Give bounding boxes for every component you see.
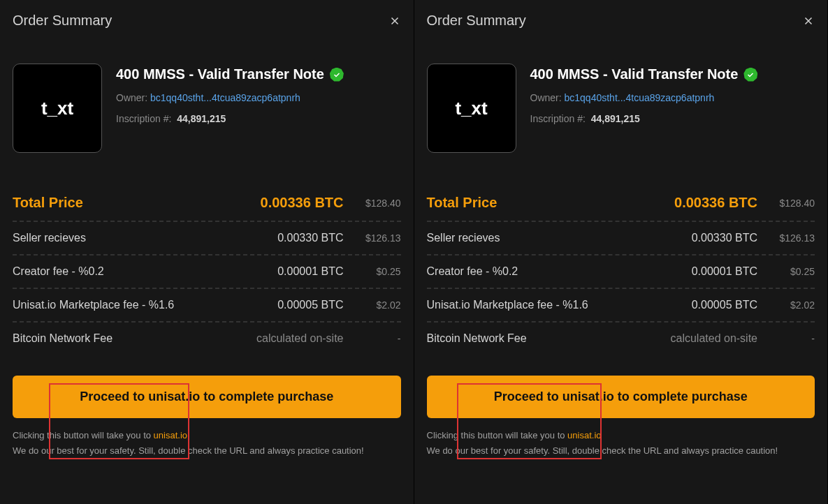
disclaimer: Clicking this button will take you to un… — [13, 428, 401, 459]
row-label: Creator fee - %0.2 — [427, 265, 692, 278]
inscription-value: 44,891,215 — [177, 113, 226, 124]
order-summary-panel: Order Summary t_xt 400 MMSS - Valid Tran… — [414, 0, 829, 504]
row-label: Bitcoin Network Fee — [13, 332, 256, 345]
row-usd: $128.40 — [359, 198, 401, 209]
row-btc: 0.00330 BTC — [692, 232, 757, 244]
price-row-seller: Seller recieves 0.00330 BTC $126.13 — [427, 222, 815, 255]
inscription-label: Inscription #: — [530, 113, 586, 124]
panel-header: Order Summary — [427, 13, 815, 29]
row-label: Bitcoin Network Fee — [427, 332, 671, 345]
row-usd: $126.13 — [359, 232, 401, 244]
panel-header: Order Summary — [13, 13, 401, 29]
row-btc: calculated on-site — [256, 332, 344, 345]
row-label: Seller recieves — [13, 232, 277, 244]
item-title: 400 MMSS - Valid Transfer Note — [116, 66, 324, 82]
row-usd: $126.13 — [773, 232, 815, 244]
close-icon[interactable] — [802, 15, 815, 27]
disclaimer-link[interactable]: unisat.io — [154, 430, 187, 440]
owner-line: Owner: bc1qq40stht...4tcua89zacp6atpnrh — [116, 92, 344, 103]
row-usd: $0.25 — [773, 266, 815, 277]
price-row-creator-fee: Creator fee - %0.2 0.00001 BTC $0.25 — [427, 255, 815, 289]
owner-label: Owner: — [530, 92, 562, 103]
disclaimer-link[interactable]: unisat.io — [567, 430, 601, 440]
item-meta: 400 MMSS - Valid Transfer Note Owner: bc… — [116, 64, 344, 153]
row-btc: 0.00001 BTC — [277, 265, 343, 278]
row-btc: 0.00336 BTC — [261, 195, 344, 211]
verified-icon — [743, 68, 757, 82]
disclaimer-prefix: Clicking this button will take you to — [427, 430, 568, 440]
price-row-network-fee: Bitcoin Network Fee calculated on-site - — [427, 323, 815, 355]
item-block: t_xt 400 MMSS - Valid Transfer Note Owne… — [427, 64, 815, 153]
item-thumbnail: t_xt — [427, 64, 516, 153]
disclaimer-caution: We do our best for your safety. Still, d… — [427, 445, 778, 456]
owner-address-link[interactable]: bc1qq40stht...4tcua89zacp6atpnrh — [150, 92, 300, 103]
proceed-button[interactable]: Proceed to unisat.io to complete purchas… — [427, 376, 815, 418]
price-list: Total Price 0.00336 BTC $128.40 Seller r… — [13, 185, 401, 355]
row-btc: 0.00330 BTC — [277, 232, 343, 244]
inscription-label: Inscription #: — [116, 113, 171, 124]
price-row-marketplace-fee: Unisat.io Marketplace fee - %1.6 0.00005… — [427, 289, 815, 323]
panel-title: Order Summary — [13, 13, 112, 29]
row-usd: $2.02 — [773, 299, 815, 311]
row-btc: 0.00001 BTC — [692, 265, 757, 278]
close-icon[interactable] — [388, 15, 401, 27]
order-summary-panel: Order Summary t_xt 400 MMSS - Valid Tran… — [0, 0, 414, 504]
row-usd: - — [773, 333, 815, 344]
disclaimer-prefix: Clicking this button will take you to — [13, 430, 154, 440]
disclaimer: Clicking this button will take you to un… — [427, 428, 815, 459]
row-label: Total Price — [427, 195, 675, 211]
row-label: Creator fee - %0.2 — [13, 265, 277, 278]
disclaimer-caution: We do our best for your safety. Still, d… — [13, 445, 364, 456]
price-list: Total Price 0.00336 BTC $128.40 Seller r… — [427, 185, 815, 355]
owner-line: Owner: bc1qq40stht...4tcua89zacp6atpnrh — [530, 92, 758, 103]
row-usd: - — [359, 333, 401, 344]
inscription-line: Inscription #: 44,891,215 — [530, 113, 758, 124]
panel-title: Order Summary — [427, 13, 526, 29]
owner-address-link[interactable]: bc1qq40stht...4tcua89zacp6atpnrh — [565, 92, 715, 103]
price-row-marketplace-fee: Unisat.io Marketplace fee - %1.6 0.00005… — [13, 289, 401, 323]
row-btc: 0.00336 BTC — [674, 195, 757, 211]
row-label: Total Price — [13, 195, 261, 211]
price-row-total: Total Price 0.00336 BTC $128.40 — [13, 185, 401, 222]
item-meta: 400 MMSS - Valid Transfer Note Owner: bc… — [530, 64, 758, 153]
row-label: Seller recieves — [427, 232, 692, 244]
verified-icon — [330, 68, 344, 82]
inscription-value: 44,891,215 — [591, 113, 640, 124]
owner-label: Owner: — [116, 92, 147, 103]
row-btc: 0.00005 BTC — [692, 299, 757, 311]
row-usd: $128.40 — [773, 198, 815, 209]
row-label: Unisat.io Marketplace fee - %1.6 — [13, 299, 277, 311]
item-thumbnail: t_xt — [13, 64, 102, 153]
price-row-seller: Seller recieves 0.00330 BTC $126.13 — [13, 222, 401, 255]
row-btc: 0.00005 BTC — [277, 299, 343, 311]
price-row-total: Total Price 0.00336 BTC $128.40 — [427, 185, 815, 222]
inscription-line: Inscription #: 44,891,215 — [116, 113, 344, 124]
price-row-creator-fee: Creator fee - %0.2 0.00001 BTC $0.25 — [13, 255, 401, 289]
proceed-button[interactable]: Proceed to unisat.io to complete purchas… — [13, 376, 401, 418]
price-row-network-fee: Bitcoin Network Fee calculated on-site - — [13, 323, 401, 355]
row-label: Unisat.io Marketplace fee - %1.6 — [427, 299, 692, 311]
row-usd: $0.25 — [359, 266, 401, 277]
item-title: 400 MMSS - Valid Transfer Note — [530, 66, 739, 82]
item-block: t_xt 400 MMSS - Valid Transfer Note Owne… — [13, 64, 401, 153]
row-btc: calculated on-site — [670, 332, 757, 345]
row-usd: $2.02 — [359, 299, 401, 311]
